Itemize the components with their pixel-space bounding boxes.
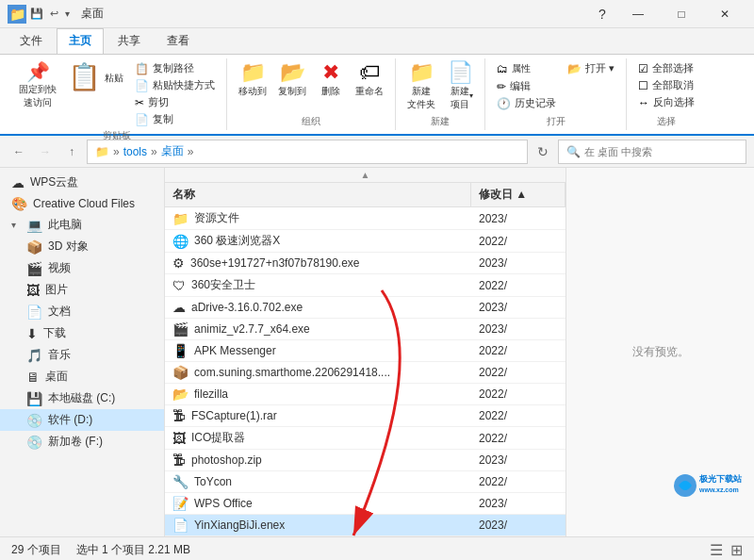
select-items: ☑ 全部选择 ☐ 全部取消 ↔ 反向选择	[634, 60, 698, 113]
search-input[interactable]	[584, 146, 738, 157]
open-button[interactable]: 📂 打开 ▾	[564, 60, 618, 76]
folder-icon: 📁	[172, 211, 188, 226]
file-cell-date: 2022/	[471, 384, 566, 404]
documents-icon: 📄	[26, 305, 42, 320]
sidebar-item-drive-f[interactable]: 💿 新加卷 (F:)	[0, 431, 164, 453]
sidebar-item-pictures[interactable]: 🖼 图片	[0, 279, 164, 301]
pin-icon: 📌	[26, 62, 50, 81]
move-icon: 📁	[240, 62, 266, 83]
help-button[interactable]: ?	[588, 0, 616, 28]
clipboard-col: 📋 粘贴	[64, 60, 127, 96]
tab-view[interactable]: 查看	[155, 28, 202, 54]
rename-button[interactable]: 🏷 重命名	[352, 60, 387, 100]
table-row[interactable]: 🌐 360 极速浏览器X 2022/	[165, 230, 566, 253]
sidebar-item-creative-cloud[interactable]: 🎨 Creative Cloud Files	[0, 193, 164, 214]
file-cell-date: 2023/	[471, 253, 566, 273]
sidebar-item-music[interactable]: 🎵 音乐	[0, 344, 164, 366]
status-bar-left: 29 个项目 选中 1 个项目 2.21 MB	[11, 542, 190, 558]
sidebar-item-this-pc[interactable]: ▾ 💻 此电脑	[0, 214, 164, 236]
delete-button[interactable]: ✖ 删除	[314, 60, 348, 100]
copy-to-button[interactable]: 📂 复制到	[274, 60, 310, 100]
move-to-button[interactable]: 📁 移动到	[235, 60, 270, 100]
quick-dropdown-icon[interactable]: ▾	[65, 8, 70, 19]
properties-button[interactable]: 🗂 属性	[493, 60, 560, 77]
new-folder-button[interactable]: 📁 新建文件夹	[403, 60, 439, 113]
tab-home[interactable]: 主页	[57, 28, 104, 54]
new-item-button[interactable]: 📄 ▾ 新建项目	[443, 60, 477, 113]
table-row[interactable]: 🔧 ToYcon 2022/	[165, 471, 566, 493]
breadcrumb-tools[interactable]: tools	[123, 145, 147, 158]
pin-to-quickaccess-button[interactable]: 📌 固定到快速访问	[15, 60, 60, 111]
table-row[interactable]: 📝 WPS Office 2023/	[165, 493, 566, 515]
watermark-svg: 极光下载站 www.xz.com	[671, 471, 746, 500]
minimize-button[interactable]: —	[616, 0, 660, 28]
large-icons-button[interactable]: ⊞	[730, 541, 743, 559]
table-row[interactable]: 📂 filezilla 2022/	[165, 384, 566, 405]
refresh-button[interactable]: ↻	[532, 140, 554, 163]
edit-button[interactable]: ✏ 编辑	[493, 78, 560, 94]
sidebar-item-documents[interactable]: 📄 文档	[0, 301, 164, 322]
table-row[interactable]: 🎬 animiz_v2.7.7_x64.exe 2023/	[165, 319, 566, 340]
table-row[interactable]: 🗜 FSCapture(1).rar 2022/	[165, 405, 566, 427]
quick-undo-icon[interactable]: ↩	[50, 8, 58, 19]
title-bar-left: 📁 💾 ↩ ▾ 桌面	[8, 5, 104, 24]
drive-f-icon: 💿	[26, 435, 42, 450]
sidebar-item-downloads[interactable]: ⬇ 下载	[0, 322, 164, 344]
file-cell-date: 2022/	[471, 340, 566, 361]
content-area: ☁ WPS云盘 🎨 Creative Cloud Files ▾ 💻 此电脑 📦…	[0, 168, 754, 536]
file-cell-date: 2023/	[471, 319, 566, 339]
select-all-button[interactable]: ☑ 全部选择	[634, 60, 698, 76]
security-icon: 🛡	[172, 278, 186, 293]
table-row[interactable]: 📦 com.suning.smarthome.2206291418.... 20…	[165, 362, 566, 384]
ribbon-tabs: 文件 主页 共享 查看	[0, 28, 754, 55]
table-row[interactable]: 📁 资源文件 2023/	[165, 207, 566, 230]
sidebar-item-local-disk-c[interactable]: 💾 本地磁盘 (C:)	[0, 387, 164, 409]
address-path[interactable]: 📁 » tools » 桌面 »	[87, 140, 528, 164]
expand-icon: ▾	[11, 220, 21, 230]
paste-shortcut-button[interactable]: 📄 粘贴快捷方式	[131, 77, 219, 93]
breadcrumb-desktop[interactable]: 桌面	[161, 143, 184, 159]
invert-select-button[interactable]: ↔ 反向选择	[634, 94, 698, 110]
sidebar-item-wps-cloud[interactable]: ☁ WPS云盘	[0, 172, 164, 193]
close-button[interactable]: ✕	[703, 0, 746, 28]
history-button[interactable]: 🕐 历史记录	[493, 95, 560, 111]
quick-save-icon[interactable]: 💾	[30, 8, 43, 19]
table-row[interactable]: 📱 APK Messenger 2022/	[165, 340, 566, 362]
file-cell-name: ⚙ 360se+191727+n3f07b78190.exe	[165, 253, 471, 273]
exe-icon: ⚙	[172, 255, 185, 271]
column-date[interactable]: 修改日 ▲	[471, 183, 566, 206]
back-button[interactable]: ←	[8, 140, 30, 163]
file-cell-date: 2023/	[471, 493, 566, 514]
file-cell-name: 🛡 360安全卫士	[165, 274, 471, 296]
ribbon-group-clipboard: 📌 固定到快速访问 📋 粘贴 📋 复制路径 📄 粘贴快捷方式	[8, 58, 227, 130]
deselect-all-icon: ☐	[638, 79, 648, 92]
tab-file[interactable]: 文件	[8, 28, 55, 54]
clipboard-right-col: 📋 复制路径 📄 粘贴快捷方式 ✂ 剪切 📄 复制	[131, 60, 219, 127]
cut-button[interactable]: ✂ 剪切	[131, 94, 219, 110]
detail-view-button[interactable]: ☰	[710, 541, 723, 559]
column-name[interactable]: 名称	[165, 183, 471, 206]
sidebar-item-3d[interactable]: 📦 3D 对象	[0, 236, 164, 257]
ribbon-group-new: 📁 新建文件夹 📄 ▾ 新建项目 新建	[396, 58, 485, 130]
table-row[interactable]: 🗜 photoshop.zip 2023/	[165, 450, 566, 471]
copy-path-button[interactable]: 📋 复制路径	[131, 60, 219, 76]
table-row[interactable]: 🛡 360安全卫士 2022/	[165, 274, 566, 297]
paste-button[interactable]: 📋 粘贴	[64, 60, 127, 96]
sidebar-item-desktop[interactable]: 🖥 桌面	[0, 366, 164, 387]
selected-info: 选中 1 个项目 2.21 MB	[76, 542, 190, 558]
sidebar-item-drive-d[interactable]: 💿 软件 (D:)	[0, 409, 164, 431]
up-button[interactable]: ↑	[60, 140, 83, 163]
table-row[interactable]: ☁ aDrive-3.16.0.702.exe 2023/	[165, 297, 566, 319]
forward-button[interactable]: →	[34, 140, 57, 163]
copy-button[interactable]: 📄 复制	[131, 111, 219, 127]
rar-icon: 🗜	[172, 408, 186, 423]
maximize-button[interactable]: □	[660, 0, 703, 28]
no-preview-text: 没有预览。	[632, 344, 689, 360]
table-row[interactable]: ⚙ 360se+191727+n3f07b78190.exe 2023/	[165, 253, 566, 274]
tab-share[interactable]: 共享	[106, 28, 153, 54]
table-row[interactable]: 🖼 ICO提取器 2022/	[165, 427, 566, 450]
table-row-selected[interactable]: 📄 YinXiangBiJi.enex 2023/	[165, 515, 566, 536]
deselect-all-button[interactable]: ☐ 全部取消	[634, 77, 698, 93]
search-box[interactable]: 🔍	[558, 140, 746, 164]
sidebar-item-video[interactable]: 🎬 视频	[0, 257, 164, 279]
